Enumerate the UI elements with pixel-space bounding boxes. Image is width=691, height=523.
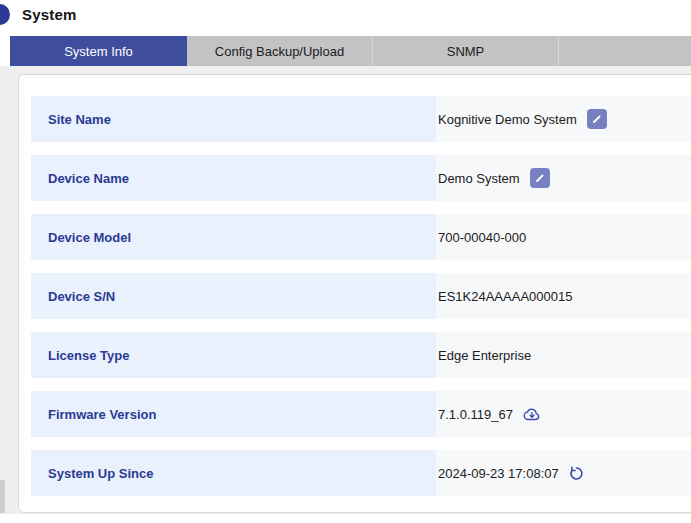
row-value: 7.1.0.119_67	[436, 391, 691, 437]
row-value-text: 700-00040-000	[438, 230, 526, 245]
row-value-text: 7.1.0.119_67	[438, 407, 513, 422]
system-info-card: Site Name Kognitive Demo System Device N…	[18, 74, 691, 513]
tab-snmp[interactable]: SNMP	[373, 36, 559, 66]
firmware-download-button[interactable]	[523, 406, 541, 423]
row-label: Device Model	[31, 214, 436, 260]
row-value: Demo System	[436, 155, 691, 201]
row-value: 700-00040-000	[436, 214, 691, 260]
row-label: System Up Since	[31, 450, 436, 496]
row-value: ES1K24AAAAA000015	[436, 273, 691, 319]
info-row-license-type: License Type Edge Enterprise	[31, 332, 691, 378]
info-row-device-s-n: Device S/N ES1K24AAAAA000015	[31, 273, 691, 319]
info-row-device-name: Device Name Demo System	[31, 155, 691, 201]
row-label: Device Name	[31, 155, 436, 201]
pencil-icon	[590, 112, 604, 126]
row-label: Site Name	[31, 96, 436, 142]
content-area: Site Name Kognitive Demo System Device N…	[0, 66, 691, 514]
info-row-site-name: Site Name Kognitive Demo System	[31, 96, 691, 142]
row-value-text: ES1K24AAAAA000015	[438, 289, 572, 304]
info-row-firmware-version: Firmware Version 7.1.0.119_67	[31, 391, 691, 437]
row-value-text: 2024-09-23 17:08:07	[438, 466, 559, 481]
cloud-download-icon	[523, 406, 541, 423]
edit-button[interactable]	[530, 168, 550, 188]
refresh-button[interactable]	[569, 466, 584, 481]
row-value: Kognitive Demo System	[436, 96, 691, 142]
page-title: System	[22, 6, 77, 23]
tab-label: SNMP	[447, 44, 485, 59]
pencil-icon	[533, 171, 547, 185]
system-icon	[0, 4, 10, 25]
row-label: License Type	[31, 332, 436, 378]
edit-button[interactable]	[587, 109, 607, 129]
tab-label: System Info	[64, 44, 133, 59]
tab-bar: System Info Config Backup/Upload SNMP	[10, 36, 691, 66]
row-label: Firmware Version	[31, 391, 436, 437]
row-value: Edge Enterprise	[436, 332, 691, 378]
system-page: System System Info Config Backup/Upload …	[0, 0, 691, 523]
tab-label: Config Backup/Upload	[215, 44, 344, 59]
row-value: 2024-09-23 17:08:07	[436, 450, 691, 496]
info-rows: Site Name Kognitive Demo System Device N…	[31, 96, 691, 496]
row-value-text: Kognitive Demo System	[438, 112, 577, 127]
refresh-icon	[569, 466, 584, 481]
page-header: System	[0, 0, 691, 36]
info-row-system-up-since: System Up Since 2024-09-23 17:08:07	[31, 450, 691, 496]
tab-config-backup-upload[interactable]: Config Backup/Upload	[187, 36, 373, 66]
row-value-text: Demo System	[438, 171, 520, 186]
tab-system-info[interactable]: System Info	[10, 36, 187, 66]
row-label: Device S/N	[31, 273, 436, 319]
row-value-text: Edge Enterprise	[438, 348, 531, 363]
info-row-device-model: Device Model 700-00040-000	[31, 214, 691, 260]
scrollbar-thumb[interactable]	[0, 480, 5, 513]
